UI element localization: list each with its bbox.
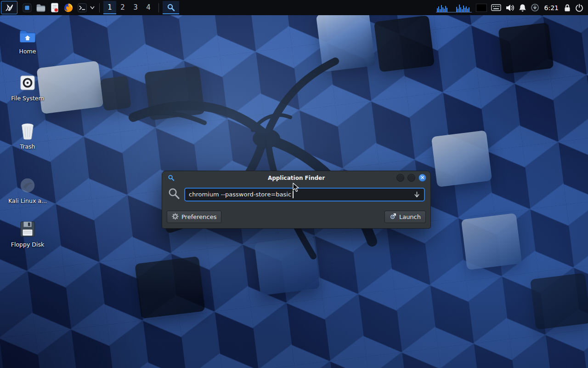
- desktop-icon-trash[interactable]: Trash: [6, 122, 50, 150]
- desktop-icon-label: Trash: [20, 143, 35, 150]
- launcher-firefox[interactable]: [62, 1, 75, 15]
- panel-separator: [158, 3, 159, 12]
- panel-separator: [99, 3, 100, 12]
- workspace-button-1[interactable]: 1: [103, 1, 116, 14]
- search-input-value: chromium --password-store=basic: [189, 191, 291, 198]
- keyboard-icon[interactable]: [491, 4, 501, 11]
- desktop-icon-home[interactable]: Home: [6, 27, 50, 55]
- gear-icon: [172, 213, 179, 221]
- application-finder-window: Application Finder ✕ chromium --password…: [162, 171, 431, 229]
- launch-icon: [390, 213, 396, 221]
- desktop-icon-floppy-disk[interactable]: Floppy Disk: [6, 220, 50, 248]
- workspace-button-2[interactable]: 2: [116, 1, 129, 14]
- launcher-terminal[interactable]: [75, 1, 89, 15]
- kali-menu-icon: [5, 3, 14, 12]
- panel-clock[interactable]: 6:21: [543, 4, 560, 12]
- trash-icon: [18, 122, 37, 140]
- workspace-button-4[interactable]: 4: [142, 1, 155, 14]
- desktop-icon-label: Home: [19, 48, 36, 55]
- launcher-file-manager[interactable]: [34, 1, 48, 15]
- desktop-icon-file-system[interactable]: File System: [6, 74, 50, 102]
- terminal-dropdown-chevron-icon[interactable]: [89, 1, 96, 15]
- desktop-icon-label: Kali Linux a...: [8, 197, 47, 204]
- lock-screen-icon[interactable]: [564, 4, 571, 12]
- notifications-bell-icon[interactable]: [519, 4, 526, 12]
- floppy-disk-icon: [18, 220, 37, 238]
- mouse-cursor: [293, 183, 300, 194]
- applications-menu-button[interactable]: [1, 1, 17, 14]
- network-monitor-graph[interactable]: [436, 3, 472, 13]
- launcher-kex[interactable]: [20, 1, 34, 15]
- search-input[interactable]: chromium --password-store=basic: [184, 188, 425, 201]
- power-manager-icon[interactable]: [531, 3, 539, 12]
- hard-disk-icon: [18, 74, 37, 92]
- taskbar-application-finder-button[interactable]: [163, 1, 179, 14]
- kali-docs-icon: [18, 176, 37, 195]
- close-button[interactable]: ✕: [418, 174, 426, 182]
- workspace-button-3[interactable]: 3: [129, 1, 142, 14]
- volume-icon[interactable]: [505, 4, 514, 12]
- search-icon: [168, 187, 180, 201]
- cpu-monitor[interactable]: [476, 4, 487, 12]
- application-finder-task-icon: [167, 3, 175, 12]
- logout-power-icon[interactable]: [575, 4, 583, 12]
- window-title: Application Finder: [162, 175, 430, 181]
- launch-button[interactable]: Launch: [384, 211, 426, 223]
- home-folder-icon: [18, 27, 37, 45]
- desktop-icon-label: Floppy Disk: [11, 241, 44, 248]
- maximize-button[interactable]: [407, 174, 415, 182]
- desktop-icon-kali-docs[interactable]: Kali Linux a...: [6, 176, 50, 204]
- preferences-button[interactable]: Preferences: [167, 211, 221, 223]
- launch-button-label: Launch: [399, 213, 421, 220]
- desktop-icon-label: File System: [11, 95, 44, 102]
- launcher-text-editor[interactable]: [48, 1, 62, 15]
- minimize-button[interactable]: [396, 174, 404, 182]
- history-dropdown-arrow-icon[interactable]: [413, 191, 420, 198]
- preferences-button-label: Preferences: [181, 213, 216, 220]
- top-panel: 1 2 3 4: [0, 0, 588, 15]
